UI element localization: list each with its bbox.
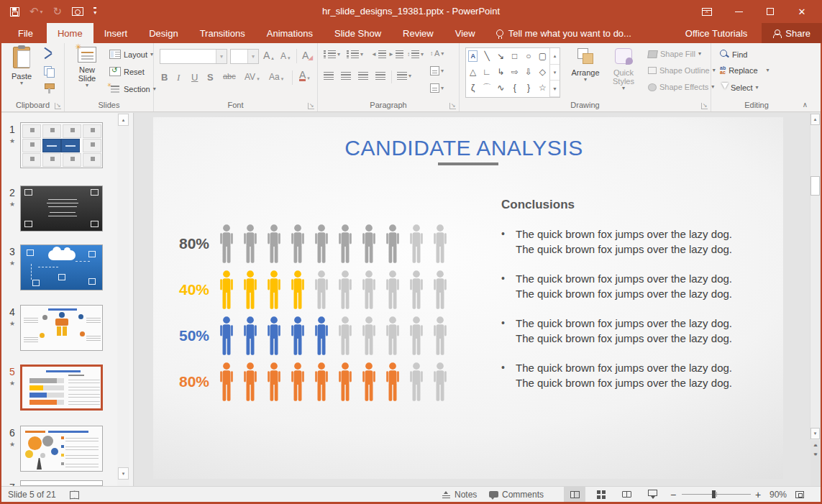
- person-icon[interactable]: [266, 270, 282, 310]
- section-button[interactable]: Section▾: [109, 84, 156, 93]
- line-spacing-button[interactable]: ↕▾: [407, 50, 424, 58]
- thumbnail-scroll-down-icon[interactable]: ▾: [118, 467, 129, 480]
- paste-button[interactable]: Paste ▾: [6, 47, 37, 86]
- shapes-scroll-up-icon[interactable]: ▴: [550, 48, 560, 65]
- slide-show-view-button[interactable]: [641, 487, 663, 502]
- save-button[interactable]: [10, 7, 19, 17]
- person-icon[interactable]: [361, 270, 377, 310]
- ribbon-display-options-button[interactable]: [691, 0, 723, 23]
- person-icon[interactable]: [361, 362, 377, 402]
- slide-title[interactable]: CANDIDATE ANALYSIS: [153, 136, 775, 160]
- slide-number-indicator[interactable]: Slide 5 of 21: [8, 487, 56, 502]
- arrange-button[interactable]: Arrange ▾: [567, 48, 603, 83]
- person-icon[interactable]: [432, 270, 448, 310]
- character-spacing-button[interactable]: AV▾: [245, 72, 260, 82]
- person-icon[interactable]: [314, 362, 329, 402]
- shape-option-13[interactable]: ζ: [466, 80, 480, 96]
- person-icon[interactable]: [361, 224, 377, 264]
- layout-button[interactable]: Layout▾: [109, 50, 153, 59]
- person-icon[interactable]: [219, 224, 234, 264]
- bold-button[interactable]: B: [161, 72, 168, 83]
- clear-formatting-button[interactable]: A◢: [302, 50, 313, 61]
- minimize-button[interactable]: [723, 0, 754, 23]
- tab-design[interactable]: Design: [138, 23, 188, 43]
- shape-option-10[interactable]: ⇨: [508, 64, 521, 80]
- shape-option-14[interactable]: ⌒: [480, 80, 493, 96]
- shape-outline-button[interactable]: Shape Outline▾: [648, 66, 716, 75]
- next-slide-button[interactable]: ▾▾: [810, 452, 820, 456]
- fit-slide-to-window-button[interactable]: [795, 487, 804, 502]
- thumbnail-image[interactable]: [20, 365, 103, 411]
- scroll-up-icon[interactable]: ▴: [810, 114, 820, 125]
- person-icon[interactable]: [385, 270, 401, 310]
- new-slide-button[interactable]: New Slide ▾: [70, 47, 104, 88]
- person-icon[interactable]: [337, 362, 353, 402]
- person-icon[interactable]: [219, 270, 234, 310]
- person-icon[interactable]: [432, 316, 448, 356]
- pictograph[interactable]: 80%40%50%80%: [163, 221, 448, 405]
- person-icon[interactable]: [266, 316, 282, 356]
- person-icon[interactable]: [290, 224, 306, 264]
- person-icon[interactable]: [337, 224, 353, 264]
- zoom-in-button[interactable]: +: [755, 487, 761, 502]
- shape-option-15[interactable]: ∿: [494, 80, 508, 96]
- convert-smartart-button[interactable]: ▾: [430, 83, 444, 93]
- shape-option-16[interactable]: {: [508, 80, 521, 96]
- scrollbar-thumb[interactable]: [810, 176, 820, 196]
- select-button[interactable]: Select▾: [720, 83, 759, 92]
- tab-review[interactable]: Review: [392, 23, 444, 43]
- shape-effects-button[interactable]: Shape Effects▾: [648, 83, 714, 91]
- shape-option-12[interactable]: ◇: [536, 64, 549, 80]
- person-icon[interactable]: [385, 362, 401, 402]
- person-icon[interactable]: [432, 224, 448, 264]
- clipboard-dialog-launcher[interactable]: ↘: [55, 103, 61, 109]
- slide-area-scrollbar[interactable]: ▴ ▾: [810, 113, 820, 440]
- shape-fill-button[interactable]: Shape Fill▾: [648, 50, 701, 58]
- reading-view-button[interactable]: [616, 487, 637, 502]
- shape-option-2[interactable]: ╲: [480, 48, 493, 64]
- shape-option-9[interactable]: ↳: [494, 64, 508, 80]
- shape-option-8[interactable]: ∟: [480, 64, 493, 80]
- scroll-down-icon[interactable]: ▾: [810, 428, 820, 439]
- comments-button[interactable]: Comments: [489, 487, 544, 502]
- thumbnail-image[interactable]: [20, 185, 103, 232]
- paragraph-dialog-launcher[interactable]: ↘: [449, 103, 456, 109]
- shape-option-7[interactable]: △: [466, 64, 480, 80]
- person-icon[interactable]: [290, 270, 306, 310]
- person-icon[interactable]: [432, 362, 448, 402]
- notes-button[interactable]: Notes: [442, 487, 477, 502]
- quick-styles-button[interactable]: Quick Styles ▾: [606, 48, 641, 91]
- thumbnail-image[interactable]: [20, 480, 103, 486]
- shrink-font-button[interactable]: A▾: [280, 51, 291, 61]
- shape-option-4[interactable]: □: [508, 48, 521, 64]
- conclusions-textbox[interactable]: Conclusions • The quick brown fox jumps …: [501, 198, 754, 405]
- format-painter-button[interactable]: [45, 83, 53, 93]
- bullets-button[interactable]: ▾: [324, 50, 340, 58]
- find-button[interactable]: Find: [720, 50, 747, 59]
- spell-check-button[interactable]: [70, 487, 81, 502]
- person-icon[interactable]: [219, 362, 234, 402]
- decrease-indent-button[interactable]: ◄: [371, 50, 386, 58]
- align-text-button[interactable]: ▾: [430, 66, 444, 75]
- person-icon[interactable]: [290, 362, 306, 402]
- person-icon[interactable]: [266, 362, 282, 402]
- thumbnail-scroll-up-icon[interactable]: ▴: [118, 114, 129, 126]
- tab-slideshow[interactable]: Slide Show: [324, 23, 392, 43]
- customize-qat-button[interactable]: ▾: [93, 7, 96, 16]
- slide-canvas[interactable]: CANDIDATE ANALYSIS 80%40%50%80% Conclusi…: [153, 117, 783, 479]
- person-icon[interactable]: [408, 316, 424, 356]
- tell-me-box[interactable]: Tell me what you want to do...: [496, 23, 631, 43]
- person-icon[interactable]: [242, 224, 258, 264]
- shape-option-11[interactable]: ⇩: [521, 64, 535, 80]
- drawing-dialog-launcher[interactable]: ↘: [701, 103, 708, 109]
- font-name-combobox[interactable]: ▾: [160, 49, 227, 64]
- office-tutorials-link[interactable]: Office Tutorials: [685, 28, 747, 39]
- tab-file[interactable]: File: [4, 23, 47, 43]
- text-shadow-button[interactable]: S: [207, 72, 214, 83]
- person-icon[interactable]: [408, 362, 424, 402]
- shape-option-6[interactable]: ▢: [536, 48, 549, 64]
- shape-option-5[interactable]: ○: [521, 48, 535, 64]
- thumbnail-scrollbar[interactable]: ▴ ▾: [117, 113, 129, 486]
- shape-option-18[interactable]: ☆: [536, 80, 549, 96]
- person-icon[interactable]: [242, 270, 258, 310]
